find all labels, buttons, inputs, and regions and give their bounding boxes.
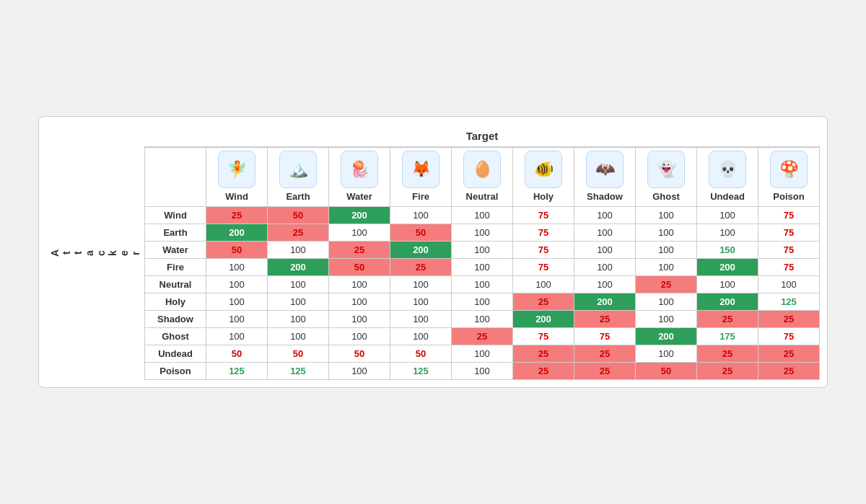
- cell-undead-earth: 50: [268, 345, 329, 363]
- cell-undead-wind: 50: [206, 345, 268, 363]
- holy-header-label: Holy: [515, 191, 572, 202]
- earth-icon: 🏔️: [279, 151, 317, 188]
- cell-undead-ghost: 100: [636, 345, 697, 363]
- cell-wind-fire: 100: [390, 207, 452, 224]
- cell-water-undead: 150: [697, 242, 758, 259]
- ghost-header-label: Ghost: [637, 191, 695, 202]
- cell-shadow-neutral: 100: [452, 311, 513, 328]
- cell-neutral-shadow: 100: [574, 276, 636, 293]
- cell-wind-poison: 75: [758, 207, 820, 224]
- cell-ghost-fire: 100: [390, 328, 452, 345]
- column-header-undead: 💀Undead: [697, 148, 758, 207]
- column-header-poison: 🍄Poison: [758, 148, 820, 207]
- attacker-label: Attacker: [46, 124, 144, 380]
- table-row: Poison1251251001251002525502525: [145, 363, 820, 380]
- holy-icon: 🐠: [525, 151, 562, 188]
- cell-holy-fire: 100: [390, 293, 452, 311]
- corner-cell: [145, 148, 206, 207]
- cell-holy-poison: 125: [758, 293, 820, 311]
- cell-fire-fire: 25: [390, 259, 452, 276]
- cell-water-neutral: 100: [452, 242, 513, 259]
- row-label-water: Water: [145, 242, 206, 259]
- table-wrapper: Attacker Target 🧚Wind🏔️Earth🪼Water🦊Fire🥚…: [46, 124, 820, 380]
- cell-neutral-water: 100: [329, 276, 390, 293]
- table-row: Holy10010010010010025200100200125: [145, 293, 820, 311]
- target-label: Target: [144, 124, 820, 147]
- undead-header-label: Undead: [699, 191, 756, 202]
- column-header-holy: 🐠Holy: [513, 148, 574, 207]
- cell-water-earth: 100: [268, 242, 329, 259]
- cell-undead-holy: 25: [513, 345, 574, 363]
- cell-earth-ghost: 100: [636, 224, 697, 242]
- row-label-holy: Holy: [145, 293, 206, 311]
- neutral-header-label: Neutral: [453, 191, 511, 202]
- cell-holy-neutral: 100: [452, 293, 513, 311]
- cell-shadow-water: 100: [329, 311, 390, 328]
- cell-earth-holy: 75: [513, 224, 574, 242]
- cell-ghost-wind: 100: [206, 328, 268, 345]
- cell-ghost-poison: 75: [758, 328, 820, 345]
- row-label-ghost: Ghost: [145, 328, 206, 345]
- cell-wind-undead: 100: [697, 207, 758, 224]
- cell-ghost-earth: 100: [268, 328, 329, 345]
- cell-poison-undead: 25: [697, 363, 758, 380]
- cell-neutral-undead: 100: [697, 276, 758, 293]
- column-header-wind: 🧚Wind: [206, 148, 268, 207]
- row-label-shadow: Shadow: [145, 311, 206, 328]
- shadow-icon: 🦇: [586, 151, 624, 188]
- poison-header-label: Poison: [760, 191, 818, 202]
- shadow-header-label: Shadow: [576, 191, 634, 202]
- cell-wind-ghost: 100: [636, 207, 697, 224]
- water-header-label: Water: [331, 191, 388, 202]
- cell-earth-earth: 25: [268, 224, 329, 242]
- cell-shadow-poison: 25: [758, 311, 820, 328]
- cell-earth-fire: 50: [390, 224, 452, 242]
- cell-ghost-ghost: 200: [636, 328, 697, 345]
- cell-poison-wind: 125: [206, 363, 268, 380]
- table-row: Ghost10010010010025757520017575: [145, 328, 820, 345]
- cell-shadow-ghost: 100: [636, 311, 697, 328]
- row-label-poison: Poison: [145, 363, 206, 380]
- neutral-icon: 🥚: [463, 151, 501, 188]
- table-row: Neutral10010010010010010010025100100: [145, 276, 820, 293]
- cell-water-poison: 75: [758, 242, 820, 259]
- cell-water-shadow: 100: [574, 242, 636, 259]
- cell-ghost-holy: 75: [513, 328, 574, 345]
- column-header-shadow: 🦇Shadow: [574, 148, 636, 207]
- cell-poison-earth: 125: [268, 363, 329, 380]
- cell-ghost-shadow: 75: [574, 328, 636, 345]
- cell-undead-neutral: 100: [452, 345, 513, 363]
- cell-earth-shadow: 100: [574, 224, 636, 242]
- poison-icon: 🍄: [770, 151, 808, 188]
- cell-undead-fire: 50: [390, 345, 452, 363]
- cell-undead-shadow: 25: [574, 345, 636, 363]
- cell-poison-neutral: 100: [452, 363, 513, 380]
- cell-neutral-neutral: 100: [452, 276, 513, 293]
- fire-header-label: Fire: [392, 191, 450, 202]
- cell-fire-water: 50: [329, 259, 390, 276]
- table-row: Undead5050505010025251002525: [145, 345, 820, 363]
- wind-icon: 🧚: [218, 151, 255, 188]
- cell-wind-holy: 75: [513, 207, 574, 224]
- earth-header-label: Earth: [269, 191, 327, 202]
- cell-undead-water: 50: [329, 345, 390, 363]
- cell-neutral-ghost: 25: [636, 276, 697, 293]
- cell-neutral-fire: 100: [390, 276, 452, 293]
- table-row: Wind25502001001007510010010075: [145, 207, 820, 224]
- cell-fire-wind: 100: [206, 259, 268, 276]
- ghost-icon: 👻: [647, 151, 685, 188]
- cell-fire-ghost: 100: [636, 259, 697, 276]
- cell-neutral-poison: 100: [758, 276, 820, 293]
- column-header-water: 🪼Water: [329, 148, 390, 207]
- cell-shadow-undead: 25: [697, 311, 758, 328]
- cell-poison-poison: 25: [758, 363, 820, 380]
- cell-wind-neutral: 100: [452, 207, 513, 224]
- cell-wind-shadow: 100: [574, 207, 636, 224]
- cell-shadow-earth: 100: [268, 311, 329, 328]
- table-row: Earth20025100501007510010010075: [145, 224, 820, 242]
- column-header-ghost: 👻Ghost: [636, 148, 697, 207]
- table-row: Water50100252001007510010015075: [145, 242, 820, 259]
- undead-icon: 💀: [709, 151, 746, 188]
- cell-poison-fire: 125: [390, 363, 452, 380]
- cell-shadow-shadow: 25: [574, 311, 636, 328]
